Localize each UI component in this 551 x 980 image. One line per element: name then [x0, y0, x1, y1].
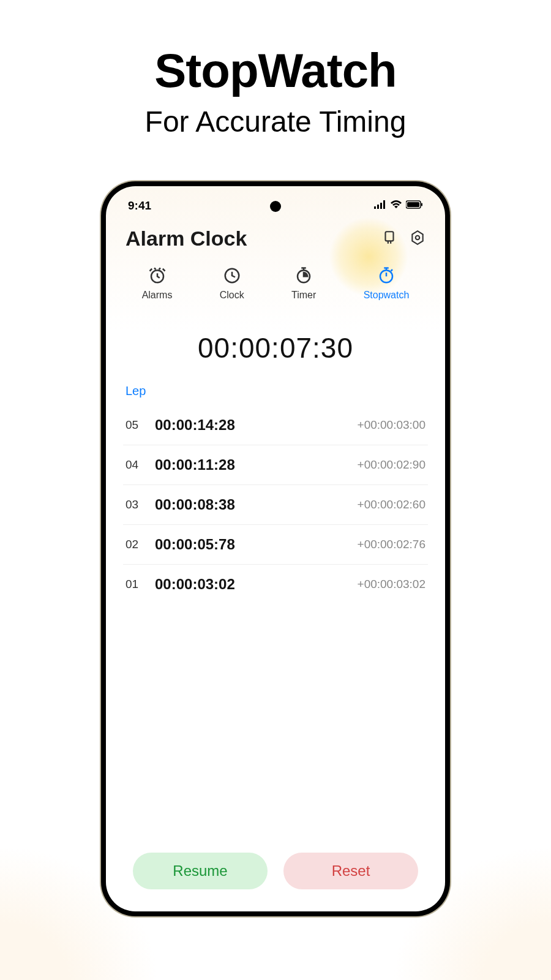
lap-delta: +00:00:03:00	[358, 418, 425, 432]
lap-row: 02 00:00:05:78 +00:00:02:76	[123, 525, 428, 565]
lap-delta: +00:00:03:02	[358, 578, 425, 591]
svg-rect-1	[377, 205, 379, 209]
tab-clock[interactable]: Clock	[220, 266, 244, 301]
lap-time: 00:00:05:78	[155, 536, 358, 553]
status-icons	[374, 200, 423, 211]
lap-header-label: Lep	[106, 364, 445, 405]
lap-row: 04 00:00:11:28 +00:00:02:90	[123, 445, 428, 485]
svg-rect-5	[407, 202, 419, 207]
elapsed-time: 00:00:07:30	[106, 331, 445, 364]
marketing-subtitle: For Accurate Timing	[0, 105, 551, 138]
svg-rect-6	[421, 203, 422, 206]
alarm-icon	[148, 266, 167, 285]
lap-number: 02	[126, 538, 155, 551]
bottom-actions: Resume Reset	[106, 853, 445, 889]
svg-rect-7	[386, 232, 394, 241]
lap-delta: +00:00:02:90	[358, 458, 425, 472]
tab-timer[interactable]: Timer	[291, 266, 316, 301]
clock-icon	[223, 266, 241, 285]
lap-delta: +00:00:02:76	[358, 538, 425, 551]
tab-bar: Alarms Clock Timer Stopwatch	[106, 255, 445, 313]
reset-button[interactable]: Reset	[283, 853, 418, 889]
wifi-icon	[390, 200, 402, 211]
marketing-title: StopWatch	[0, 43, 551, 99]
app-header: Alarm Clock	[106, 214, 445, 255]
svg-rect-0	[374, 206, 376, 209]
svg-rect-2	[380, 203, 382, 209]
svg-point-8	[416, 235, 420, 239]
tab-label: Alarms	[142, 290, 173, 301]
lap-row: 03 00:00:08:38 +00:00:02:60	[123, 485, 428, 525]
lap-number: 01	[126, 578, 155, 591]
lap-time: 00:00:14:28	[155, 417, 358, 434]
resume-button[interactable]: Resume	[133, 853, 268, 889]
status-bar: 9:41	[106, 186, 445, 214]
settings-icon[interactable]	[410, 230, 425, 248]
status-time: 9:41	[128, 199, 151, 213]
phone-frame: 9:41 Alarm Clock	[101, 181, 450, 916]
timer-icon	[294, 266, 313, 285]
tab-alarms[interactable]: Alarms	[142, 266, 173, 301]
tab-label: Clock	[220, 290, 244, 301]
lap-list: 05 00:00:14:28 +00:00:03:00 04 00:00:11:…	[106, 405, 445, 604]
battery-icon	[406, 200, 423, 211]
lap-time: 00:00:03:02	[155, 576, 358, 593]
signal-icon	[374, 200, 386, 211]
lap-number: 05	[126, 418, 155, 432]
lap-row: 05 00:00:14:28 +00:00:03:00	[123, 405, 428, 445]
tab-label: Stopwatch	[364, 290, 410, 301]
lap-time: 00:00:08:38	[155, 496, 358, 513]
app-title: Alarm Clock	[126, 227, 247, 251]
phone-screen: 9:41 Alarm Clock	[106, 186, 445, 911]
tab-label: Timer	[291, 290, 316, 301]
lap-number: 04	[126, 458, 155, 472]
lap-delta: +00:00:02:60	[358, 498, 425, 511]
customize-icon[interactable]	[381, 230, 397, 248]
lap-row: 01 00:00:03:02 +00:00:03:02	[123, 565, 428, 604]
lap-time: 00:00:11:28	[155, 456, 358, 473]
stopwatch-icon	[377, 266, 395, 285]
lap-number: 03	[126, 498, 155, 511]
svg-rect-3	[383, 200, 385, 209]
tab-stopwatch[interactable]: Stopwatch	[364, 266, 410, 301]
